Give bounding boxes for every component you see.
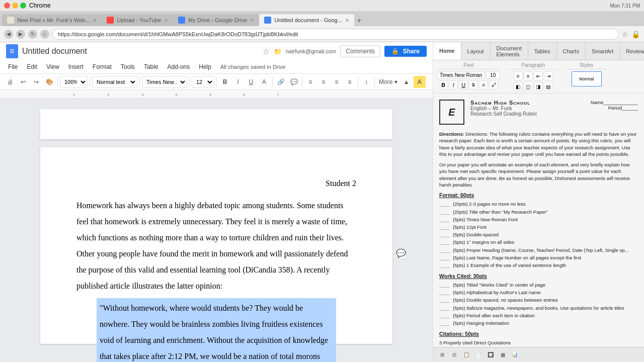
bold-button[interactable]: B	[219, 76, 231, 88]
undo-button[interactable]: ↩	[17, 76, 29, 88]
menu-table[interactable]: Table	[140, 62, 163, 71]
back-button[interactable]: ◀	[4, 30, 13, 39]
menu-edit[interactable]: Edit	[23, 62, 41, 71]
tab-4[interactable]: Untitled document - Goog... ✕	[259, 14, 354, 26]
star-icon[interactable]: ☆	[263, 47, 270, 56]
panel-tab-tables[interactable]: Tables	[528, 42, 557, 60]
panel-tab-layout[interactable]: Layout	[461, 42, 491, 60]
panel-align-right-button[interactable]: ◨	[534, 82, 543, 91]
panel-highlight-button[interactable]: 🖍	[489, 80, 498, 89]
drive-icon[interactable]: 📁	[274, 48, 282, 55]
panel-tab-charts[interactable]: Charts	[557, 42, 586, 60]
comments-button[interactable]: Comments	[340, 45, 380, 57]
menu-help[interactable]: Help	[195, 62, 215, 71]
print-button[interactable]: 🖨	[4, 76, 16, 88]
panel-outdent-button[interactable]: ⇤	[534, 71, 543, 80]
line-spacing-button[interactable]: ↕	[360, 76, 372, 88]
panel-numbers-button[interactable]: ≡	[524, 71, 533, 80]
comment-icon[interactable]: 💬	[395, 248, 407, 259]
panel-tb-btn-6[interactable]: ▦	[498, 350, 508, 360]
align-right-button[interactable]: ≡	[331, 76, 343, 88]
separator-5	[216, 77, 217, 87]
underline-button[interactable]: U	[245, 76, 257, 88]
align-justify-button[interactable]: ≡	[344, 76, 356, 88]
panel-align-center-button[interactable]: ◫	[524, 82, 533, 91]
align-left-button[interactable]: ≡	[304, 76, 316, 88]
panel-align-left-button[interactable]: ◧	[514, 82, 523, 91]
style-normal-button[interactable]: Normal	[572, 71, 602, 86]
tab-3[interactable]: My Drive - Google Drive ✕	[173, 14, 259, 26]
tab-1-close[interactable]: ✕	[93, 18, 97, 23]
more-button[interactable]: More ▾	[377, 76, 399, 88]
doc-canvas[interactable]: 💬 Student 2 Homework has always been a h…	[0, 99, 433, 362]
rubric-format-item-8: ____(5pts) Last Name, Page Number on all…	[439, 254, 638, 261]
rubric-logo: E	[439, 100, 464, 125]
italic-button[interactable]: I	[232, 76, 244, 88]
panel-tab-document-elements[interactable]: Document Elements	[491, 42, 528, 60]
panel-underline-button[interactable]: U	[459, 80, 468, 89]
tab-4-close[interactable]: ✕	[345, 18, 349, 23]
url-input[interactable]: https://docs.google.com/document/d/1hhlG…	[52, 29, 619, 40]
panel-tb-btn-4[interactable]: 📄	[473, 350, 484, 360]
tab-2-label: Upload - YouTube	[117, 17, 161, 23]
maximize-button[interactable]	[20, 3, 26, 9]
tab-2-close[interactable]: ✕	[164, 18, 168, 23]
styles-section: Styles Normal	[567, 62, 607, 91]
svg-text:1: 1	[73, 93, 75, 97]
highlight-button[interactable]: A	[414, 76, 426, 88]
panel-bold-button[interactable]: B	[439, 80, 448, 89]
docs-document-title[interactable]: Untitled document	[22, 47, 259, 56]
font-select[interactable]: Times New ...	[142, 76, 187, 88]
link-button[interactable]: 🔗	[275, 76, 287, 88]
separator-6	[272, 77, 273, 87]
menu-format[interactable]: Format	[89, 62, 116, 71]
redo-button[interactable]: ↪	[30, 76, 42, 88]
zoom-select[interactable]: 100%	[60, 76, 88, 88]
tab-2[interactable]: Upload - YouTube ✕	[102, 14, 173, 26]
paint-format-button[interactable]: 🎨	[43, 76, 55, 88]
home-button[interactable]: ⌂	[40, 30, 49, 39]
panel-tab-review[interactable]: Review	[620, 42, 644, 60]
close-button[interactable]	[4, 3, 10, 9]
tab-1[interactable]: New Post « Mr. Funk's Web... ✕	[2, 14, 102, 26]
panel-color-button[interactable]: A	[479, 80, 488, 89]
menu-addons[interactable]: Add-ons	[164, 62, 194, 71]
menu-file[interactable]: File	[4, 62, 22, 71]
panel-tb-btn-1[interactable]: ⊞	[437, 350, 447, 360]
panel-tab-smartart[interactable]: SmartArt	[586, 42, 620, 60]
collapse-toolbar-button[interactable]: ▲	[400, 76, 413, 88]
docs-logo-icon: ≡	[10, 47, 14, 56]
panel-tb-btn-7[interactable]: 📊	[510, 350, 520, 360]
share-button[interactable]: 🔒 Share	[384, 46, 427, 57]
menu-view[interactable]: View	[42, 62, 63, 71]
font-size-select[interactable]: 12	[192, 76, 214, 88]
font-name-select[interactable]: Times New Roman	[437, 71, 485, 79]
tab-3-close[interactable]: ✕	[250, 18, 254, 23]
menu-insert[interactable]: Insert	[64, 62, 88, 71]
forward-button[interactable]: ▶	[16, 30, 25, 39]
address-bar: ◀ ▶ ↻ ⌂ https://docs.google.com/document…	[0, 26, 644, 42]
right-panel: Home Layout Document Elements Tables Cha…	[433, 42, 644, 362]
comment-button[interactable]: 💬	[288, 76, 300, 88]
panel-italic-button[interactable]: I	[449, 80, 458, 89]
menu-tools[interactable]: Tools	[117, 62, 139, 71]
font-size-input[interactable]: 10	[486, 71, 500, 79]
panel-tab-home[interactable]: Home	[433, 42, 461, 60]
panel-indent-button[interactable]: ⇥	[544, 71, 553, 80]
panel-strikethrough-button[interactable]: S̶	[469, 80, 478, 89]
svg-text:2: 2	[107, 93, 110, 97]
para-1-text: Homework has always been a highly debate…	[76, 201, 348, 290]
panel-tb-btn-3[interactable]: 📋	[461, 350, 471, 360]
svg-text:4: 4	[175, 93, 178, 97]
new-tab-button[interactable]: +	[354, 15, 364, 26]
panel-align-justify-button[interactable]: ▤	[544, 82, 553, 91]
bookmark-icon[interactable]: ☆	[622, 30, 628, 38]
align-center-button[interactable]: ≡	[317, 76, 330, 88]
panel-bullets-button[interactable]: ≡	[514, 71, 523, 80]
panel-tb-btn-5[interactable]: 🔲	[486, 350, 496, 360]
text-color-button[interactable]: A	[258, 76, 270, 88]
reload-button[interactable]: ↻	[28, 30, 37, 39]
minimize-button[interactable]	[12, 3, 18, 9]
panel-tb-btn-2[interactable]: ⊟	[449, 350, 459, 360]
style-select[interactable]: Normal text	[92, 76, 137, 88]
